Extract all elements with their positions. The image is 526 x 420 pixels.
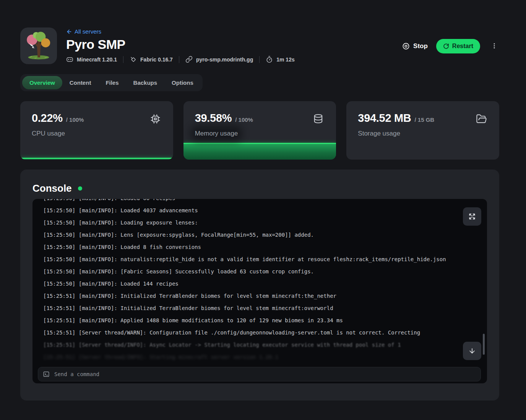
loader-icon bbox=[130, 56, 137, 63]
log-line: [15:25:50] [main/INFO]: Loaded 66 recipe… bbox=[43, 199, 480, 204]
database-icon bbox=[313, 113, 324, 124]
restart-icon bbox=[443, 43, 449, 49]
cpu-icon bbox=[150, 113, 161, 124]
log-line-incoming: [15:25:51] [Server thread/INFO]: Startin… bbox=[43, 351, 480, 363]
divider bbox=[123, 56, 123, 63]
log-line: [15:25:50] [main/INFO]: naturalist:repti… bbox=[43, 253, 480, 265]
cpu-usage-value: 0.22% bbox=[32, 112, 63, 124]
server-avatar bbox=[20, 27, 57, 64]
console-title: Console bbox=[32, 183, 72, 194]
log-line: [15:25:51] [main/INFO]: Initialized Terr… bbox=[43, 302, 480, 314]
log-line-incoming: [15:25:51] [Server thread/INFO]: Async L… bbox=[43, 339, 480, 351]
stop-button-label: Stop bbox=[413, 42, 428, 50]
log-line: [15:25:50] [main/INFO]: Lens [exposure:s… bbox=[43, 229, 480, 241]
log-line: [15:25:50] [main/INFO]: Loading exposure… bbox=[43, 216, 480, 229]
timer-icon bbox=[266, 56, 273, 63]
tab-content[interactable]: Content bbox=[62, 76, 99, 89]
tab-overview[interactable]: Overview bbox=[22, 76, 62, 89]
server-actions: Stop Restart bbox=[402, 39, 499, 53]
stop-button[interactable]: Stop bbox=[402, 42, 428, 50]
storage-usage-max: / 15 GB bbox=[415, 116, 435, 123]
link-icon bbox=[185, 56, 193, 63]
meta-minecraft-version: Minecraft 1.20.1 bbox=[66, 56, 117, 63]
memory-usage-value: 39.58% bbox=[195, 112, 232, 124]
online-status-dot bbox=[78, 186, 82, 191]
meta-server-address: pyro-smp.modrinth.gg bbox=[185, 56, 253, 63]
meta-loader-version: Fabric 0.16.7 bbox=[130, 56, 173, 63]
expand-icon bbox=[468, 213, 476, 220]
tab-backups[interactable]: Backups bbox=[126, 76, 165, 89]
divider bbox=[179, 56, 179, 63]
folder-open-icon bbox=[476, 113, 487, 124]
log-line: [15:25:50] [main/INFO]: Loaded 4037 adva… bbox=[43, 204, 480, 216]
tab-options[interactable]: Options bbox=[164, 76, 201, 89]
server-header: All servers Pyro SMP Minecraft 1.20.1 bbox=[20, 27, 499, 64]
more-options-button[interactable] bbox=[489, 41, 499, 52]
back-to-all-servers-link[interactable]: All servers bbox=[66, 28, 295, 35]
meta-label: pyro-smp.modrinth.gg bbox=[196, 57, 253, 63]
kebab-menu-icon bbox=[491, 42, 498, 49]
console-scrollbar-thumb[interactable] bbox=[483, 334, 485, 355]
server-dashboard-page: All servers Pyro SMP Minecraft 1.20.1 bbox=[0, 0, 526, 420]
restart-button-label: Restart bbox=[452, 43, 473, 50]
command-input[interactable] bbox=[54, 371, 476, 377]
log-line: [15:25:50] [main/INFO]: [Fabric Seasons]… bbox=[43, 265, 480, 278]
tab-bar: Overview Content Files Backups Options bbox=[20, 74, 203, 91]
scroll-to-bottom-button[interactable] bbox=[463, 342, 481, 360]
console-panel: Console [15:25:50] [main/INFO]: Loaded 6… bbox=[20, 170, 499, 401]
memory-usage-label: Memory usage bbox=[195, 130, 238, 137]
meta-uptime: 1m 12s bbox=[266, 56, 294, 63]
tab-files[interactable]: Files bbox=[98, 76, 126, 89]
fullscreen-console-button[interactable] bbox=[463, 207, 481, 226]
storage-usage-value: 394.52 MB bbox=[358, 112, 411, 124]
tree-icon bbox=[23, 30, 55, 62]
arrow-left-icon bbox=[66, 29, 72, 35]
terminal-icon bbox=[43, 371, 50, 378]
stats-row: 0.22% / 100% CPU usage 39.58% / 100% bbox=[20, 101, 499, 160]
log-line: [15:25:50] [main/INFO]: Loaded 8 fish co… bbox=[43, 241, 480, 253]
page-title: Pyro SMP bbox=[66, 37, 295, 52]
log-line: [15:25:51] [main/INFO]: Applied 1488 bio… bbox=[43, 314, 480, 326]
memory-usage-fill bbox=[183, 143, 336, 160]
command-bar bbox=[38, 367, 481, 381]
console-output: [15:25:50] [main/INFO]: Loaded 66 recipe… bbox=[32, 199, 487, 383]
server-meta-row: Minecraft 1.20.1 Fabric 0.16.7 bbox=[66, 56, 295, 63]
cpu-usage-fill bbox=[20, 158, 173, 160]
log-line: [15:25:51] [Server thread/WARN]: Configu… bbox=[43, 326, 480, 339]
console-log-area: [15:25:50] [main/INFO]: Loaded 66 recipe… bbox=[32, 199, 480, 364]
stop-circle-icon bbox=[402, 42, 410, 50]
cpu-usage-max: / 100% bbox=[66, 116, 84, 123]
restart-button[interactable]: Restart bbox=[436, 39, 480, 53]
memory-usage-max: / 100% bbox=[235, 116, 253, 123]
divider bbox=[259, 56, 260, 63]
back-link-label: All servers bbox=[75, 28, 101, 35]
meta-label: Minecraft 1.20.1 bbox=[77, 57, 117, 63]
log-line: [15:25:50] [main/INFO]: Loaded 144 recip… bbox=[43, 278, 480, 290]
gamepad-icon bbox=[66, 56, 73, 63]
meta-label: Fabric 0.16.7 bbox=[140, 57, 173, 63]
log-line: [15:25:51] [main/INFO]: Initialized Terr… bbox=[43, 290, 480, 302]
meta-label: 1m 12s bbox=[276, 57, 294, 63]
cpu-usage-card: 0.22% / 100% CPU usage bbox=[20, 101, 173, 160]
storage-usage-card: 394.52 MB / 15 GB Storage usage bbox=[346, 101, 499, 160]
storage-usage-label: Storage usage bbox=[358, 130, 400, 137]
memory-usage-card: 39.58% / 100% Memory usage bbox=[183, 101, 336, 160]
arrow-down-icon bbox=[468, 347, 476, 355]
cpu-usage-label: CPU usage bbox=[32, 130, 65, 137]
